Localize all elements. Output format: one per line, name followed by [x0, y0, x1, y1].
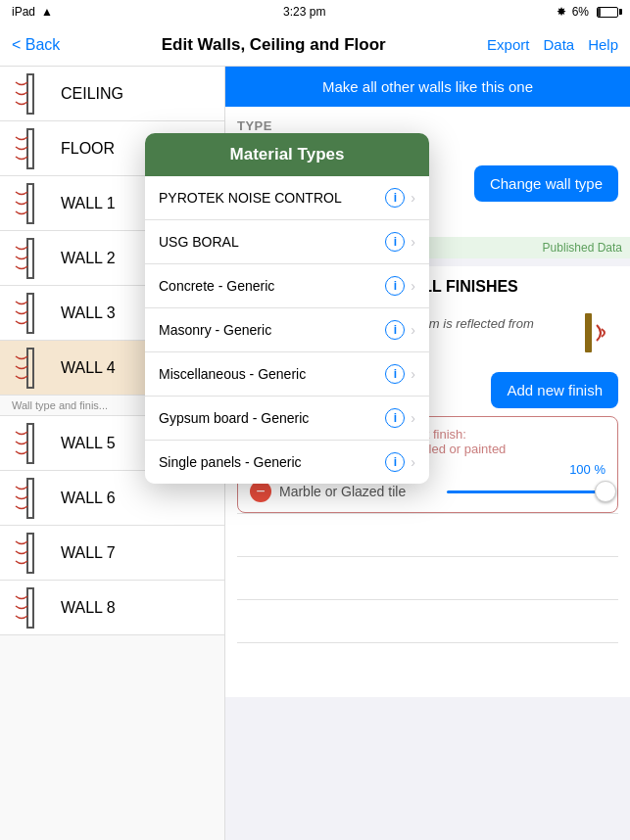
info-button-concrete[interactable]: i — [385, 276, 405, 296]
chevron-icon-miscellaneous: › — [411, 366, 415, 382]
dropdown-item-single[interactable]: Single panels - Generic i › — [145, 441, 429, 484]
dropdown-item-right-gypsum: i › — [385, 408, 415, 428]
dropdown-item-right-usg: i › — [385, 232, 415, 252]
wall1-label: WALL 1 — [61, 195, 116, 212]
chevron-icon-pyrotek: › — [411, 190, 415, 206]
sidebar-item-ceiling[interactable]: CEILING — [0, 67, 224, 121]
empty-finish-row-4 — [237, 642, 618, 685]
chevron-icon-gypsum: › — [411, 410, 415, 426]
finish-item-row: Marble or Glazed tile — [250, 481, 606, 502]
svg-rect-9 — [27, 588, 33, 628]
ceiling-label: CEILING — [61, 85, 123, 103]
svg-rect-5 — [27, 349, 33, 388]
empty-finish-row-2 — [237, 556, 618, 599]
dropdown-item-masonry[interactable]: Masonry - Generic i › — [145, 308, 429, 352]
nav-bar: < Back Edit Walls, Ceiling and Floor Exp… — [0, 23, 630, 67]
dropdown-item-pyrotek[interactable]: PYROTEK NOISE CONTROL i › — [145, 176, 429, 220]
wall4-label: WALL 4 — [61, 359, 116, 377]
wall-type-header: TYPE — [237, 118, 618, 133]
svg-rect-3 — [27, 239, 33, 278]
dropdown-header: Material Types — [145, 133, 429, 176]
info-button-pyrotek[interactable]: i — [385, 188, 405, 208]
wifi-icon: ▲ — [41, 5, 53, 19]
wall3-icon — [12, 292, 51, 335]
page-title: Edit Walls, Ceiling and Floor — [162, 35, 386, 55]
status-bar: iPad ▲ 3:23 pm ✸ 6% — [0, 0, 630, 23]
wall2-icon — [12, 237, 51, 280]
ceiling-icon — [12, 72, 51, 116]
dropdown-item-usg[interactable]: USG BORAL i › — [145, 220, 429, 264]
dropdown-item-miscellaneous[interactable]: Miscellaneous - Generic i › — [145, 352, 429, 397]
main-content: CEILING FLOOR — [0, 67, 630, 840]
wall6-label: WALL 6 — [61, 490, 116, 507]
status-left: iPad ▲ — [12, 5, 53, 19]
info-button-gypsum[interactable]: i — [385, 408, 405, 428]
svg-rect-4 — [27, 294, 33, 333]
wall7-icon — [12, 532, 51, 575]
info-button-miscellaneous[interactable]: i — [385, 364, 405, 384]
chevron-icon-single: › — [411, 454, 415, 470]
make-all-banner[interactable]: Make all other walls like this one — [225, 67, 630, 107]
add-finish-button[interactable]: Add new finish — [491, 372, 618, 408]
info-button-usg[interactable]: i — [385, 232, 405, 252]
export-button[interactable]: Export — [487, 36, 529, 53]
sidebar-item-wall8[interactable]: WALL 8 — [0, 581, 224, 635]
help-button[interactable]: Help — [588, 36, 618, 53]
empty-finish-row-3 — [237, 599, 618, 642]
dropdown-item-label-concrete: Concrete - Generic — [159, 278, 385, 294]
bluetooth-icon: ✸ — [557, 5, 566, 19]
finish-slider-thumb[interactable] — [595, 481, 616, 502]
chevron-icon-usg: › — [411, 234, 415, 250]
sidebar-item-wall7[interactable]: WALL 7 — [0, 526, 224, 581]
info-button-masonry[interactable]: i — [385, 320, 405, 340]
carrier-label: iPad — [12, 5, 35, 19]
change-wall-type-button[interactable]: Change wall type — [474, 165, 618, 202]
battery-icon — [597, 7, 618, 18]
remove-finish-button[interactable] — [250, 481, 271, 502]
dropdown-item-concrete[interactable]: Concrete - Generic i › — [145, 264, 429, 308]
wall2-label: WALL 2 — [61, 250, 116, 267]
floor-icon — [12, 127, 51, 170]
svg-rect-2 — [27, 184, 33, 223]
back-button[interactable]: < Back — [12, 36, 60, 54]
empty-finish-row-1 — [237, 513, 618, 556]
data-button[interactable]: Data — [543, 36, 574, 53]
dropdown-item-label-miscellaneous: Miscellaneous - Generic — [159, 366, 385, 382]
dropdown-item-label-gypsum: Gypsum board - Generic — [159, 410, 385, 426]
material-types-dropdown[interactable]: Material Types PYROTEK NOISE CONTROL i ›… — [145, 133, 429, 484]
chevron-icon-masonry: › — [411, 322, 415, 338]
svg-rect-0 — [27, 74, 33, 114]
svg-rect-8 — [27, 534, 33, 573]
wall1-icon — [12, 182, 51, 225]
svg-rect-7 — [27, 479, 33, 518]
battery-label: 6% — [572, 5, 589, 19]
finish-item-name: Marble or Glazed tile — [279, 484, 439, 499]
wall5-icon — [12, 422, 51, 465]
chevron-icon-concrete: › — [411, 278, 415, 294]
nav-actions: Export Data Help — [487, 36, 618, 53]
dropdown-item-right-miscellaneous: i › — [385, 364, 415, 384]
dropdown-item-label-usg: USG BORAL — [159, 234, 385, 250]
status-right: ✸ 6% — [557, 5, 618, 19]
wall4-icon — [12, 347, 51, 390]
info-button-single[interactable]: i — [385, 452, 405, 472]
finish-slider-container — [447, 490, 606, 493]
dropdown-item-right-single: i › — [385, 452, 415, 472]
status-time: 3:23 pm — [283, 5, 325, 19]
dropdown-item-right-masonry: i › — [385, 320, 415, 340]
svg-rect-1 — [27, 129, 33, 168]
published-label: Published Data — [543, 241, 622, 255]
finish-slider-track[interactable] — [447, 490, 606, 493]
svg-rect-11 — [585, 313, 592, 352]
wall5-label: WALL 5 — [61, 435, 116, 452]
dropdown-item-label-masonry: Masonry - Generic — [159, 322, 385, 338]
dropdown-item-gypsum[interactable]: Gypsum board - Generic i › — [145, 397, 429, 441]
floor-label: FLOOR — [61, 140, 115, 158]
wall6-icon — [12, 477, 51, 520]
wall8-icon — [12, 586, 51, 630]
wall8-label: WALL 8 — [61, 599, 116, 617]
dropdown-item-label-pyrotek: PYROTEK NOISE CONTROL — [159, 190, 385, 206]
dropdown-item-right-concrete: i › — [385, 276, 415, 296]
wall3-label: WALL 3 — [61, 304, 116, 322]
svg-rect-6 — [27, 424, 33, 463]
